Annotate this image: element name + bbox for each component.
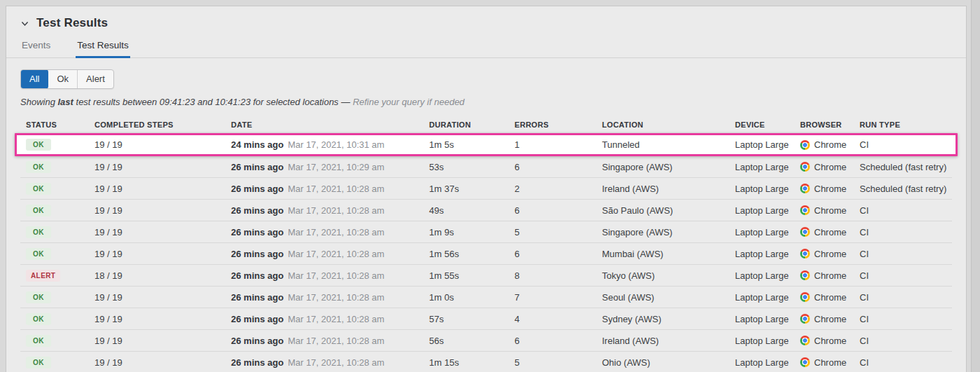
table-row[interactable]: OK 19 / 19 26 mins agoMar 17, 2021, 10:2… bbox=[20, 156, 952, 178]
device-cell: Laptop Large bbox=[735, 227, 800, 237]
absolute-time: Mar 17, 2021, 10:28 am bbox=[288, 357, 384, 368]
absolute-time: Mar 17, 2021, 10:28 am bbox=[288, 227, 384, 237]
date-cell: 26 mins agoMar 17, 2021, 10:28 am bbox=[231, 205, 429, 216]
chrome-browser-icon bbox=[800, 249, 810, 259]
completed-steps-cell: 19 / 19 bbox=[94, 249, 231, 259]
errors-cell: 6 bbox=[514, 249, 602, 259]
run-type-cell: CI bbox=[860, 270, 952, 281]
filter-alert-button[interactable]: Alert bbox=[78, 70, 113, 88]
relative-time: 26 mins ago bbox=[231, 336, 284, 346]
chevron-down-icon[interactable] bbox=[20, 19, 29, 28]
duration-cell: 1m 0s bbox=[429, 292, 514, 303]
relative-time: 26 mins ago bbox=[231, 314, 284, 324]
device-cell: Laptop Large bbox=[735, 292, 800, 303]
status-badge: OK bbox=[26, 139, 51, 151]
status-cell: OK bbox=[26, 313, 94, 325]
run-type-cell: CI bbox=[860, 249, 952, 259]
status-cell: OK bbox=[26, 335, 94, 347]
absolute-time: Mar 17, 2021, 10:28 am bbox=[288, 314, 384, 324]
location-cell: Mumbai (AWS) bbox=[602, 249, 735, 259]
browser-name: Chrome bbox=[814, 184, 846, 194]
completed-steps-cell: 19 / 19 bbox=[94, 292, 231, 303]
absolute-time: Mar 17, 2021, 10:31 am bbox=[288, 139, 384, 150]
refine-query-link[interactable]: Refine your query if needed bbox=[353, 97, 465, 107]
column-header-date[interactable]: Date bbox=[231, 120, 429, 129]
completed-steps-cell: 18 / 19 bbox=[94, 270, 231, 281]
run-type-cell: CI bbox=[860, 205, 952, 216]
column-header-device[interactable]: Device bbox=[735, 120, 800, 129]
column-header-browser[interactable]: Browser bbox=[800, 120, 860, 129]
errors-cell: 5 bbox=[514, 227, 602, 237]
chrome-browser-icon bbox=[800, 336, 810, 345]
column-header-duration[interactable]: Duration bbox=[429, 120, 514, 129]
completed-steps-cell: 19 / 19 bbox=[94, 162, 231, 172]
chrome-browser-icon bbox=[800, 357, 810, 367]
status-badge: OK bbox=[26, 291, 51, 303]
device-cell: Laptop Large bbox=[735, 314, 800, 324]
table-row[interactable]: OK 19 / 19 26 mins agoMar 17, 2021, 10:2… bbox=[20, 308, 952, 330]
completed-steps-cell: 19 / 19 bbox=[94, 357, 231, 368]
run-type-cell: CI bbox=[860, 336, 952, 346]
run-type-cell: Scheduled (fast retry) bbox=[860, 162, 952, 172]
chrome-browser-icon bbox=[800, 205, 810, 215]
status-badge: OK bbox=[26, 205, 51, 216]
tab-test-results[interactable]: Test Results bbox=[76, 39, 130, 58]
errors-cell: 1 bbox=[514, 139, 602, 150]
filter-all-button[interactable]: All bbox=[20, 69, 48, 89]
filter-ok-button[interactable]: Ok bbox=[48, 70, 78, 88]
column-header-run-type[interactable]: Run Type bbox=[860, 120, 952, 129]
table-row[interactable]: OK 19 / 19 26 mins agoMar 17, 2021, 10:2… bbox=[20, 352, 952, 372]
absolute-time: Mar 17, 2021, 10:29 am bbox=[288, 162, 384, 172]
run-type-cell: CI bbox=[860, 139, 955, 150]
table-row[interactable]: OK 19 / 19 24 mins agoMar 17, 2021, 10:3… bbox=[15, 133, 958, 156]
run-type-cell: CI bbox=[860, 227, 952, 237]
absolute-time: Mar 17, 2021, 10:28 am bbox=[288, 205, 384, 216]
device-cell: Laptop Large bbox=[735, 249, 800, 259]
status-cell: OK bbox=[26, 161, 94, 173]
location-cell: Ohio (AWS) bbox=[602, 357, 735, 368]
status-cell: OK bbox=[26, 248, 94, 260]
column-header-completed-steps[interactable]: Completed Steps bbox=[94, 120, 231, 129]
table-row[interactable]: OK 19 / 19 26 mins agoMar 17, 2021, 10:2… bbox=[20, 221, 952, 243]
browser-cell: Chrome bbox=[800, 184, 860, 194]
errors-cell: 4 bbox=[514, 314, 602, 324]
table-row[interactable]: OK 19 / 19 26 mins agoMar 17, 2021, 10:2… bbox=[20, 200, 952, 221]
column-header-errors[interactable]: Errors bbox=[514, 120, 602, 129]
table-row[interactable]: OK 19 / 19 26 mins agoMar 17, 2021, 10:2… bbox=[20, 330, 952, 352]
tab-events[interactable]: Events bbox=[20, 39, 52, 58]
date-cell: 26 mins agoMar 17, 2021, 10:28 am bbox=[231, 249, 429, 259]
relative-time: 24 mins ago bbox=[231, 139, 284, 150]
completed-steps-cell: 19 / 19 bbox=[94, 336, 231, 346]
page-scrollbar[interactable] bbox=[971, 0, 980, 372]
browser-name: Chrome bbox=[814, 314, 846, 324]
summary-separator: — bbox=[341, 97, 350, 107]
chrome-browser-icon bbox=[800, 184, 810, 193]
browser-cell: Chrome bbox=[800, 249, 860, 259]
location-cell: Ireland (AWS) bbox=[602, 336, 735, 346]
column-header-status[interactable]: Status bbox=[26, 120, 94, 129]
date-cell: 26 mins agoMar 17, 2021, 10:28 am bbox=[231, 314, 429, 324]
column-header-location[interactable]: Location bbox=[602, 120, 735, 129]
chrome-browser-icon bbox=[800, 140, 810, 150]
relative-time: 26 mins ago bbox=[231, 227, 284, 237]
table-row[interactable]: OK 19 / 19 26 mins agoMar 17, 2021, 10:2… bbox=[20, 178, 952, 200]
duration-cell: 1m 9s bbox=[429, 227, 514, 237]
errors-cell: 2 bbox=[514, 184, 602, 194]
relative-time: 26 mins ago bbox=[231, 292, 284, 303]
errors-cell: 7 bbox=[514, 292, 602, 303]
table-row[interactable]: OK 19 / 19 26 mins agoMar 17, 2021, 10:2… bbox=[20, 287, 952, 308]
duration-cell: 53s bbox=[429, 162, 514, 172]
table-row[interactable]: ALERT 18 / 19 26 mins agoMar 17, 2021, 1… bbox=[20, 265, 952, 287]
browser-cell: Chrome bbox=[800, 139, 860, 150]
run-type-cell: CI bbox=[860, 292, 952, 303]
chrome-browser-icon bbox=[800, 314, 810, 324]
location-cell: São Paulo (AWS) bbox=[602, 205, 735, 216]
browser-cell: Chrome bbox=[800, 357, 860, 368]
duration-cell: 57s bbox=[429, 314, 514, 324]
status-badge: ALERT bbox=[26, 270, 60, 282]
table-row[interactable]: OK 19 / 19 26 mins agoMar 17, 2021, 10:2… bbox=[20, 243, 952, 265]
location-cell: Seoul (AWS) bbox=[602, 292, 735, 303]
status-cell: OK bbox=[26, 139, 94, 151]
summary-emphasis: last bbox=[58, 97, 74, 107]
device-cell: Laptop Large bbox=[735, 139, 800, 150]
